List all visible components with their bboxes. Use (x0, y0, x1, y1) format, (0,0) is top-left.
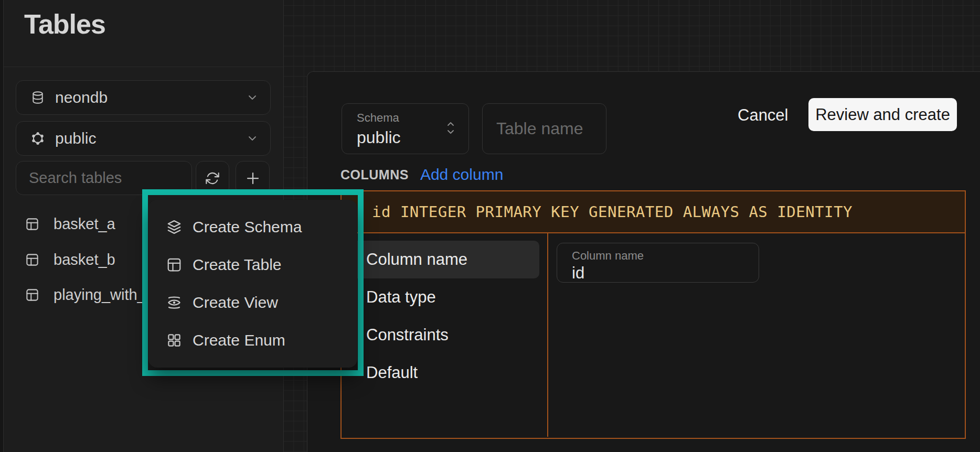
search-tables-input[interactable] (16, 161, 192, 195)
review-and-create-button[interactable]: Review and create (808, 98, 957, 131)
tab-data-type[interactable]: Data type (347, 278, 539, 316)
schema-icon (31, 132, 45, 145)
menu-item-label: Create View (193, 294, 278, 311)
chevron-down-icon (246, 132, 259, 145)
chevron-down-icon (246, 91, 259, 104)
tab-label: Constraints (366, 326, 449, 345)
schema-field-label: Schema (357, 111, 458, 125)
schema-select-value: public (55, 130, 246, 147)
column-name-input[interactable] (572, 264, 745, 283)
tab-constraints[interactable]: Constraints (347, 316, 539, 354)
schema-select[interactable]: public (16, 121, 271, 156)
menu-item-create-enum[interactable]: Create Enum (148, 321, 357, 359)
table-name-label: basket_b (54, 251, 115, 268)
menu-item-label: Create Table (193, 256, 282, 274)
refresh-icon (205, 171, 220, 186)
database-icon (31, 91, 45, 104)
menu-item-create-schema[interactable]: Create Schema (148, 208, 357, 246)
enum-icon (166, 332, 182, 348)
create-table-panel: Schema public Cancel Review and create C… (307, 71, 980, 452)
sidebar-divider (4, 67, 283, 67)
column-sql-preview[interactable]: id INTEGER PRIMARY KEY GENERATED ALWAYS … (342, 191, 965, 233)
tab-default[interactable]: Default (347, 354, 539, 392)
add-table-button[interactable] (236, 161, 270, 195)
menu-item-create-view[interactable]: Create View (148, 284, 357, 321)
menu-item-label: Create Schema (193, 218, 302, 236)
schema-field-value: public (357, 128, 458, 147)
database-select[interactable]: neondb (16, 80, 271, 115)
cancel-button[interactable]: Cancel (732, 99, 794, 132)
layers-icon (166, 219, 182, 235)
tab-column-name[interactable]: Column name (347, 241, 539, 278)
table-icon (25, 253, 39, 267)
column-tabs: Column name Data type Constraints Defaul… (342, 233, 547, 437)
columns-title: COLUMNS (340, 167, 409, 182)
table-name-label: playing_with_ (54, 286, 146, 304)
columns-header: COLUMNS Add column (340, 166, 503, 183)
table-icon (25, 217, 39, 231)
add-column-link[interactable]: Add column (420, 166, 503, 184)
database-select-value: neondb (55, 89, 246, 106)
plus-icon (245, 170, 261, 186)
column-name-field-label: Column name (572, 249, 759, 263)
tab-label: Column name (366, 250, 467, 269)
menu-item-label: Create Enum (193, 331, 285, 349)
menu-item-create-table[interactable]: Create Table (148, 246, 357, 284)
chevron-up-down-icon (444, 119, 457, 137)
tab-label: Default (366, 363, 418, 382)
refresh-tables-button[interactable] (196, 161, 229, 195)
table-icon (25, 288, 39, 302)
column-form: Column name (548, 233, 965, 437)
schema-field-select[interactable]: Schema public (342, 103, 469, 154)
table-name-input[interactable] (482, 103, 606, 154)
column-editor-container: id INTEGER PRIMARY KEY GENERATED ALWAYS … (340, 190, 966, 439)
table-name-label: basket_a (54, 216, 115, 233)
create-menu: Create Schema Create Table Create View C… (148, 200, 357, 368)
table-icon (166, 257, 182, 273)
column-name-field[interactable]: Column name (557, 243, 759, 283)
page-title: Tables (24, 8, 105, 40)
view-icon (166, 295, 182, 310)
tab-label: Data type (366, 288, 436, 307)
